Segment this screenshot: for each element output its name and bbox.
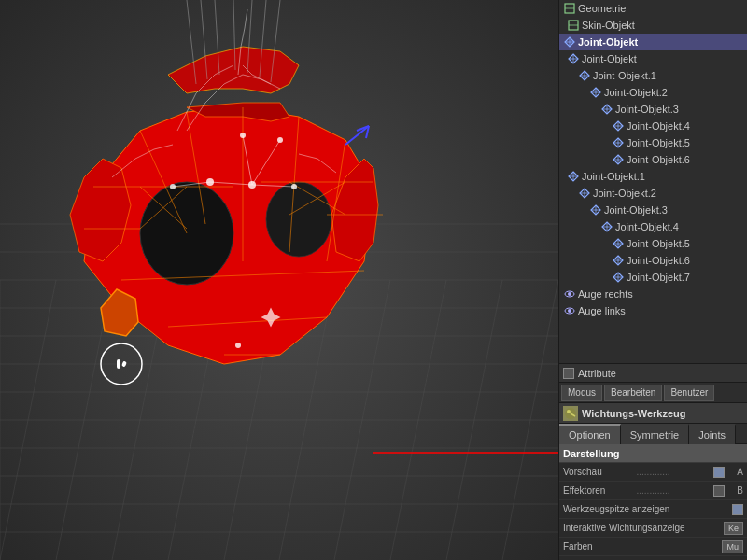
section-title: Darstellung (563, 448, 620, 459)
tree-item-joint-objekt-1[interactable]: Joint-Objekt (559, 50, 747, 67)
attribute-panel: Attribute Modus Bearbeiten Benutzer (559, 364, 747, 560)
joint-icon (612, 271, 625, 284)
checkbox-vorschau[interactable] (713, 467, 725, 478)
attribute-toolbar: Modus Bearbeiten Benutzer (559, 383, 747, 403)
main-container: GeometrieSkin-ObjektJoint-ObjektJoint-Ob… (0, 0, 747, 560)
tree-item-skin-objekt[interactable]: Skin-Objekt (559, 17, 747, 34)
tree-item-joint-objekt-1-1[interactable]: Joint-Objekt.1 (559, 67, 747, 84)
joint-icon (612, 237, 625, 250)
tree-item-joint-objekt-2-3[interactable]: Joint-Objekt.3 (559, 202, 747, 218)
joint-icon (567, 52, 580, 65)
joint-icon (612, 254, 625, 267)
attribute-title: Attribute (578, 368, 616, 379)
joint-icon (567, 170, 580, 183)
tree-item-auge-rechts[interactable]: Auge rechts (559, 286, 747, 302)
joint-icon (612, 119, 625, 133)
property-vorschau: Vorschau.............A (559, 463, 747, 482)
property-werkzeugspitze: Werkzeugspitze anzeigen (559, 500, 747, 519)
joint-icon (600, 103, 613, 116)
svg-rect-67 (117, 359, 120, 369)
bearbeiten-button[interactable]: Bearbeiten (604, 385, 662, 401)
properties-area: Vorschau.............AEffektoren........… (559, 463, 747, 560)
joint-icon (612, 136, 625, 149)
tree-item-joint-objekt-2-4[interactable]: Joint-Objekt.4 (559, 218, 747, 235)
tool-icon (563, 406, 578, 421)
tree-item-joint-objekt-1-3[interactable]: Joint-Objekt.3 (559, 101, 747, 118)
modus-button[interactable]: Modus (561, 385, 602, 401)
tool-name: Wichtungs-Werkzeug (582, 408, 686, 419)
joint-icon (563, 35, 576, 49)
tree-item-joint-objekt-2-7[interactable]: Joint-Objekt.7 (559, 269, 747, 286)
tab-optionen[interactable]: Optionen (559, 424, 621, 444)
tree-item-joint-objekt-2-6[interactable]: Joint-Objekt.6 (559, 252, 747, 269)
tree-item-joint-objekt-1-6[interactable]: Joint-Objekt.6 (559, 151, 747, 168)
right-panel: GeometrieSkin-ObjektJoint-ObjektJoint-Ob… (558, 0, 747, 560)
geo-icon (567, 19, 580, 32)
tree-item-joint-objekt-2-1[interactable]: Joint-Objekt.1 (559, 168, 747, 185)
joint-icon (600, 220, 613, 233)
tab-joints[interactable]: Joints (689, 424, 736, 444)
svg-point-145 (568, 309, 571, 313)
tree-item-joint-objekt-1-4[interactable]: Joint-Objekt.4 (559, 118, 747, 134)
tree-item-auge-links[interactable]: Auge links (559, 302, 747, 319)
tree-item-joint-objekt-2-2[interactable]: Joint-Objekt.2 (559, 185, 747, 202)
property-interaktiv: Interaktive WichtungsanzeigeKe (559, 519, 747, 538)
benutzer-button[interactable]: Benutzer (664, 385, 714, 401)
attribute-checkbox[interactable] (563, 368, 574, 379)
tree-item-geometrie[interactable]: Geometrie (559, 0, 747, 17)
btn-farben[interactable]: Mu (722, 540, 743, 553)
svg-point-147 (567, 410, 571, 413)
checkbox-werkzeugspitze[interactable] (732, 504, 743, 515)
viewport[interactable] (0, 0, 558, 560)
joint-icon (612, 153, 625, 166)
object-tree[interactable]: GeometrieSkin-ObjektJoint-ObjektJoint-Ob… (559, 0, 747, 364)
attribute-header: Attribute (559, 364, 747, 383)
property-effektoren: Effektoren.............B (559, 482, 747, 500)
tool-header: Wichtungs-Werkzeug (559, 403, 747, 424)
tree-item-joint-objekt-2-5[interactable]: Joint-Objekt.5 (559, 235, 747, 252)
joint-icon (578, 187, 591, 200)
tabs-row: Optionen Symmetrie Joints (559, 424, 747, 444)
joint-icon (589, 86, 602, 99)
btn-interaktiv[interactable]: Ke (724, 522, 743, 535)
tree-item-joint-objekt-root[interactable]: Joint-Objekt (559, 34, 747, 50)
joint-icon (578, 69, 591, 82)
checkbox-effektoren[interactable] (713, 485, 725, 497)
svg-point-30 (266, 182, 331, 257)
property-farben: FarbenMu (559, 538, 747, 556)
svg-point-143 (568, 292, 571, 296)
geo-icon (563, 2, 576, 15)
tree-item-joint-objekt-1-2[interactable]: Joint-Objekt.2 (559, 84, 747, 101)
joint-icon (589, 203, 602, 217)
svg-point-85 (235, 343, 241, 348)
section-darstellung[interactable]: Darstellung (559, 444, 747, 463)
tab-symmetrie[interactable]: Symmetrie (621, 424, 690, 444)
tree-item-joint-objekt-1-5[interactable]: Joint-Objekt.5 (559, 134, 747, 151)
eye-icon (563, 287, 576, 301)
eye-icon (563, 304, 576, 317)
